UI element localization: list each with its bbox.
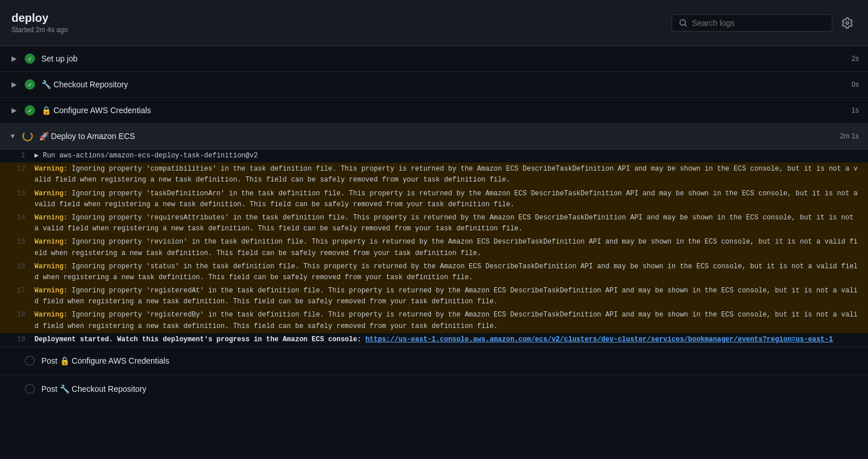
step-time: 2s — [851, 55, 859, 63]
chevron-right-icon: ▶ — [9, 80, 18, 88]
warning-keyword: Warning: — [34, 214, 68, 222]
log-line-warning-18: 18 Warning: Ignoring property 'registere… — [0, 308, 868, 333]
step-label: Set up job — [41, 54, 846, 63]
chevron-down-icon: ▼ — [9, 132, 16, 140]
step-time: 2m 1s — [840, 132, 859, 140]
success-icon: ✓ — [25, 79, 35, 90]
step-time: 1s — [851, 106, 859, 114]
step-status-icon — [24, 383, 36, 395]
log-line-19: 19 Deployment started. Watch this deploy… — [0, 333, 868, 346]
log-content: Deployment started. Watch this deploymen… — [34, 334, 859, 345]
step-deploy-ecs[interactable]: ▼ 🚀 Deploy to Amazon ECS 2m 1s — [0, 124, 868, 149]
log-content: Warning: Ignoring property 'requiresAttr… — [34, 213, 859, 234]
step-status-icon: ✓ — [24, 79, 36, 90]
log-line-warning-12: 12 Warning: Ignoring property 'compatibi… — [0, 163, 868, 187]
log-line-number: 19 — [0, 334, 34, 345]
step-label: 🔧 Checkout Repository — [41, 80, 846, 89]
search-icon — [679, 18, 688, 28]
warning-keyword: Warning: — [34, 287, 68, 295]
log-content: ▶ Run aws-actions/amazon-ecs-deploy-task… — [34, 151, 859, 161]
log-line-warning-16: 16 Warning: Ignoring property 'status' i… — [0, 260, 868, 284]
chevron-right-icon: ▶ — [9, 55, 18, 63]
gear-icon — [842, 17, 853, 29]
step-checkout-repo[interactable]: ▶ ✓ 🔧 Checkout Repository 0s — [0, 72, 868, 98]
job-title: deploy — [11, 11, 68, 25]
log-line-number: 17 — [0, 286, 34, 296]
step-time: 0s — [851, 80, 859, 88]
warning-keyword: Warning: — [34, 190, 68, 198]
log-line-number: 14 — [0, 213, 34, 223]
post-step-checkout-repo[interactable]: Post 🔧 Checkout Repository — [0, 375, 868, 403]
top-bar-actions — [672, 14, 857, 32]
post-step-configure-aws[interactable]: Post 🔒 Configure AWS Credentials — [0, 346, 868, 375]
deployment-link[interactable]: https://us-east-1.console.aws.amazon.com… — [365, 335, 833, 344]
empty-circle-icon — [25, 356, 35, 366]
log-area: 1 ▶ Run aws-actions/amazon-ecs-deploy-ta… — [0, 149, 868, 346]
job-subtitle: Started 2m 4s ago — [11, 26, 68, 34]
log-line-number: 18 — [0, 310, 34, 321]
log-content: Warning: Ignoring property 'registeredBy… — [34, 310, 859, 331]
log-line-warning-14: 14 Warning: Ignoring property 'requiresA… — [0, 211, 868, 236]
settings-button[interactable] — [838, 14, 857, 32]
search-input[interactable] — [692, 18, 825, 28]
log-content: Warning: Ignoring property 'compatibilit… — [34, 164, 859, 186]
step-configure-aws[interactable]: ▶ ✓ 🔒 Configure AWS Credentials 1s — [0, 98, 868, 124]
log-line-number: 13 — [0, 188, 34, 199]
spinner-icon — [22, 131, 33, 141]
main-content: ▶ ✓ Set up job 2s ▶ ✓ 🔧 Checkout Reposit… — [0, 46, 868, 403]
log-line: 1 ▶ Run aws-actions/amazon-ecs-deploy-ta… — [0, 149, 868, 163]
chevron-right-icon: ▶ — [9, 106, 18, 114]
search-box[interactable] — [672, 14, 832, 32]
log-line-number: 15 — [0, 237, 34, 248]
warning-keyword: Warning: — [34, 238, 68, 246]
log-line-warning-15: 15 Warning: Ignoring property 'revision'… — [0, 236, 868, 260]
log-content: Warning: Ignoring property 'revision' in… — [34, 237, 859, 259]
step-status-icon — [22, 130, 33, 142]
step-status-icon — [24, 355, 36, 367]
step-label: Post 🔧 Checkout Repository — [41, 384, 859, 394]
step-label: 🔒 Configure AWS Credentials — [41, 106, 846, 115]
step-status-icon: ✓ — [24, 105, 36, 116]
log-content: Warning: Ignoring property 'status' in t… — [34, 261, 859, 283]
empty-circle-icon — [25, 384, 35, 394]
step-deploy-ecs-section: ▼ 🚀 Deploy to Amazon ECS 2m 1s 1 ▶ Run a… — [0, 124, 868, 346]
log-content: Warning: Ignoring property 'registeredAt… — [34, 286, 859, 307]
step-status-icon: ✓ — [24, 53, 36, 64]
log-line-number: 1 — [0, 151, 34, 161]
log-line-number: 12 — [0, 164, 34, 175]
log-line-number: 16 — [0, 261, 34, 272]
step-setup-job[interactable]: ▶ ✓ Set up job 2s — [0, 46, 868, 72]
job-info: deploy Started 2m 4s ago — [11, 11, 68, 34]
warning-keyword: Warning: — [34, 311, 68, 319]
success-icon: ✓ — [25, 53, 35, 64]
step-label: Post 🔒 Configure AWS Credentials — [41, 356, 859, 365]
warning-keyword: Warning: — [34, 165, 68, 173]
log-content: Warning: Ignoring property 'taskDefiniti… — [34, 188, 859, 210]
warning-keyword: Warning: — [34, 263, 68, 271]
log-line-warning-17: 17 Warning: Ignoring property 'registere… — [0, 284, 868, 308]
log-line-warning-13: 13 Warning: Ignoring property 'taskDefin… — [0, 187, 868, 211]
step-label: 🚀 Deploy to Amazon ECS — [39, 132, 834, 141]
success-icon: ✓ — [25, 105, 35, 115]
top-bar: deploy Started 2m 4s ago — [0, 0, 868, 46]
